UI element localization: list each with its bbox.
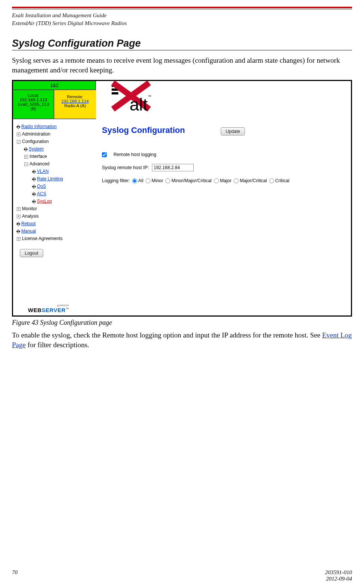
sidebar-remote-cell[interactable]: Remote: 192.168.1.114 Radio A (A) <box>54 90 96 119</box>
local-ip: 192.168.1.113 <box>13 97 54 102</box>
post-fig-pre: To enable the syslog, check the Remote h… <box>12 331 322 339</box>
filter-minor-label: Minor <box>152 178 163 183</box>
doc-header-line2: ExtendAir (TDD) Series Digital Microwave… <box>12 19 352 27</box>
filter-mmc-radio[interactable] <box>165 178 170 183</box>
sidebar-tab-1and2[interactable]: 1&2 <box>13 81 96 90</box>
nav-radio-information[interactable]: Radio Information <box>16 123 94 130</box>
remote-host-logging-checkbox[interactable] <box>102 152 107 157</box>
nav-administration-label: Administration <box>22 131 50 137</box>
filter-minor-radio[interactable] <box>146 178 150 183</box>
figure-caption: Figure 43 Syslog Configuration page <box>12 319 352 327</box>
nav-license-label: License Agreements <box>22 236 63 241</box>
post-fig-post: for filter descriptions. <box>26 341 89 349</box>
local-suffix: (B) <box>13 106 54 111</box>
nav-rate-limiting-label: Rate Limiting <box>37 176 63 181</box>
expand-icon[interactable]: + <box>17 133 21 136</box>
logo-tm-icon: ™ <box>148 94 152 99</box>
expand-icon[interactable]: + <box>17 215 21 218</box>
nav-qos[interactable]: QoS <box>16 183 94 190</box>
collapse-icon[interactable]: − <box>17 140 21 144</box>
expand-icon[interactable]: + <box>17 237 21 241</box>
nav-manual-label: Manual <box>21 228 36 234</box>
goahead-text: goahead <box>28 304 69 307</box>
sidebar-local-cell[interactable]: Local: 192.168.1.113 Exalt_5005_113 (B) <box>13 90 54 119</box>
tm-icon: ™ <box>66 307 69 311</box>
nav-acs-label: ACS <box>37 191 46 196</box>
nav-analysis[interactable]: +Analysis <box>16 212 94 220</box>
section-title-underline <box>12 50 352 50</box>
logo-text: alt™ <box>130 94 152 115</box>
nav-configuration-label: Configuration <box>22 139 49 144</box>
filter-minor[interactable]: Minor <box>146 178 163 183</box>
local-name: Exalt_5005_113 <box>13 102 54 106</box>
nav-qos-label: QoS <box>37 184 46 189</box>
bullet-icon <box>16 125 20 129</box>
webserver-logo: goahead WEBSERVER™ <box>28 304 69 313</box>
remote-host-ip-input[interactable] <box>152 164 194 171</box>
nav-manual[interactable]: Manual <box>16 227 94 235</box>
update-button[interactable]: Update <box>221 127 245 136</box>
nav-license[interactable]: +License Agreements <box>16 235 94 242</box>
nav-syslog[interactable]: SysLog <box>16 197 94 205</box>
filter-major-critical[interactable]: Major/Critical <box>234 178 267 183</box>
header-rule-thin <box>12 9 352 9</box>
doc-id: 203591-010 <box>325 569 352 576</box>
page-number: 70 <box>12 569 18 582</box>
bullet-icon <box>24 147 28 151</box>
remote-host-logging-label: Remote host logging <box>113 152 156 157</box>
filter-major-radio[interactable] <box>214 178 219 183</box>
filter-critical-radio[interactable] <box>269 178 274 183</box>
web-text: WEB <box>28 307 42 313</box>
remote-ip-link[interactable]: 192.168.1.114 <box>54 99 96 103</box>
nav-advanced[interactable]: −Advanced <box>16 160 94 168</box>
nav-acs[interactable]: ACS <box>16 190 94 197</box>
remote-host-ip-label: Syslog remote host IP: <box>102 165 149 170</box>
nav-tree: Radio Information +Administration −Confi… <box>13 119 96 257</box>
bullet-icon <box>32 177 36 181</box>
doc-date: 2012-09-04 <box>325 576 352 582</box>
screenshot: 1&2 Local: 192.168.1.113 Exalt_5005_113 … <box>12 80 352 317</box>
filter-mc-radio[interactable] <box>234 178 239 183</box>
filter-all-radio[interactable] <box>132 178 137 183</box>
nav-interface[interactable]: +Interface <box>16 153 94 160</box>
nav-reboot-label: Reboot <box>21 221 36 226</box>
logout-button[interactable]: Logout <box>20 249 43 257</box>
bullet-icon <box>16 222 20 226</box>
filter-major[interactable]: Major <box>214 178 231 183</box>
nav-system[interactable]: System <box>16 145 94 153</box>
remote-name: Radio A (A) <box>54 103 96 108</box>
nav-analysis-label: Analysis <box>22 214 39 219</box>
remote-label: Remote: <box>54 94 96 99</box>
nav-reboot[interactable]: Reboot <box>16 220 94 227</box>
exalt-logo: alt™ <box>107 80 189 124</box>
filter-critical[interactable]: Critical <box>269 178 289 183</box>
filter-all[interactable]: All <box>132 178 143 183</box>
intro-paragraph: Syslog serves as a remote means to recei… <box>12 56 352 75</box>
bullet-icon <box>32 184 36 189</box>
nav-administration[interactable]: +Administration <box>16 130 94 138</box>
nav-syslog-label: SysLog <box>37 199 52 204</box>
post-figure-paragraph: To enable the syslog, check the Remote h… <box>12 330 352 349</box>
header-rule-red <box>12 7 352 8</box>
nav-rate-limiting[interactable]: Rate Limiting <box>16 175 94 183</box>
nav-monitor[interactable]: +Monitor <box>16 205 94 212</box>
bullet-icon <box>32 192 36 196</box>
expand-icon[interactable]: + <box>17 207 21 211</box>
logging-filter-group: All Minor Minor/Major/Critical Major Maj… <box>132 178 289 183</box>
filter-minor-major-critical[interactable]: Minor/Major/Critical <box>165 178 212 183</box>
nav-configuration[interactable]: −Configuration <box>16 138 94 145</box>
bullet-icon <box>16 229 20 233</box>
page-footer: 70 203591-010 2012-09-04 <box>12 569 352 582</box>
filter-major-label: Major <box>220 178 231 183</box>
collapse-icon[interactable]: − <box>24 162 28 166</box>
nav-vlan-label: VLAN <box>37 169 49 174</box>
filter-mc-label: Major/Critical <box>240 178 267 183</box>
expand-icon[interactable]: + <box>24 155 28 159</box>
section-title: Syslog Configuration Page <box>12 38 352 49</box>
filter-mmc-label: Minor/Major/Critical <box>171 178 212 183</box>
bullet-icon <box>32 199 36 203</box>
nav-vlan[interactable]: VLAN <box>16 168 94 175</box>
filter-all-label: All <box>138 178 143 183</box>
doc-header-line1: Exalt Installation and Management Guide <box>12 12 352 19</box>
sidebar: 1&2 Local: 192.168.1.113 Exalt_5005_113 … <box>13 81 96 315</box>
